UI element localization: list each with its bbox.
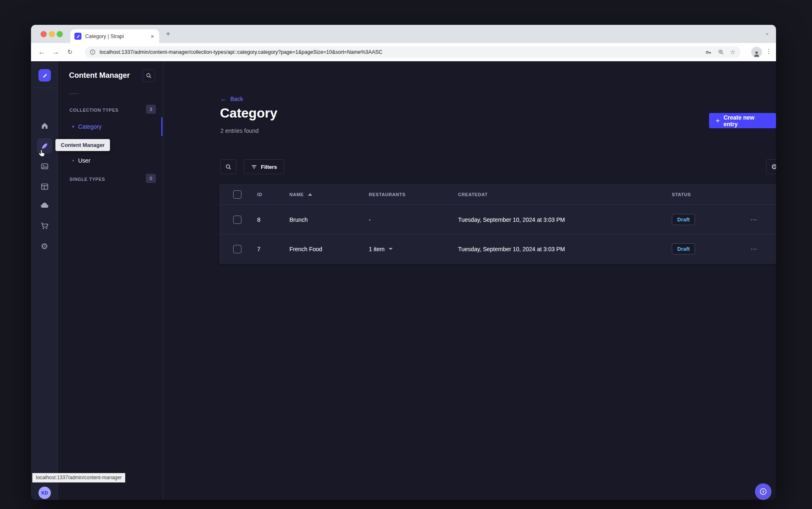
- status-badge: Draft: [672, 214, 695, 225]
- cell-createdat: Tuesday, September 10, 2024 at 3:03 PM: [458, 205, 565, 234]
- back-link[interactable]: ← Back: [220, 95, 243, 103]
- minimize-window-button[interactable]: [49, 31, 55, 37]
- settings-gear-icon[interactable]: ⚙: [37, 238, 52, 254]
- strapi-app: ⚙ KD Content Manager COLLECTION TYPES 3 …: [31, 61, 776, 500]
- close-window-button[interactable]: [41, 31, 47, 37]
- column-header-name[interactable]: NAME: [289, 184, 312, 205]
- bullet-icon: [72, 160, 74, 161]
- plus-icon: +: [716, 117, 720, 125]
- single-types-badge: 0: [146, 174, 156, 183]
- back-arrow-icon: ←: [220, 95, 227, 103]
- subnav-title: Content Manager: [69, 71, 130, 80]
- back-label: Back: [230, 96, 243, 102]
- password-key-icon[interactable]: [705, 49, 712, 56]
- cell-restaurants: -: [369, 205, 371, 234]
- cell-restaurants-expand[interactable]: 1 item: [369, 234, 393, 264]
- tab-title: Category | Strapi: [85, 34, 150, 39]
- cell-name: French Food: [289, 234, 322, 264]
- column-header-status[interactable]: STATUS: [672, 184, 691, 205]
- row-checkbox[interactable]: [233, 216, 241, 224]
- bullet-icon: [72, 126, 74, 127]
- tab-strip: Category | Strapi × + ⌄: [31, 25, 776, 43]
- back-button[interactable]: ←: [36, 48, 48, 56]
- main-content: ← Back Category 2 entries found + Create…: [164, 61, 776, 500]
- active-item-indicator: [161, 117, 162, 136]
- column-header-createdat[interactable]: CREATEDAT: [458, 184, 488, 205]
- browser-tab[interactable]: Category | Strapi ×: [70, 29, 159, 43]
- tab-search-chevron-icon[interactable]: ⌄: [765, 30, 769, 36]
- browser-window: Category | Strapi × + ⌄ ← → ↻ localhost:…: [31, 25, 776, 500]
- svg-text:?: ?: [762, 490, 764, 494]
- row-actions-icon[interactable]: ⋯: [750, 216, 757, 223]
- subnav-item-user[interactable]: User: [67, 153, 160, 168]
- marketplace-cart-icon[interactable]: [37, 218, 52, 233]
- forward-button[interactable]: →: [50, 48, 62, 56]
- row-actions-icon[interactable]: ⋯: [750, 245, 757, 253]
- entries-table: ID NAME RESTAURANTS CREATEDAT STATUS 8 B…: [219, 184, 776, 264]
- address-bar[interactable]: localhost:1337/admin/content-manager/col…: [85, 46, 740, 58]
- collection-types-label: COLLECTION TYPES: [69, 108, 119, 113]
- page-title: Category: [220, 106, 277, 121]
- filters-label: Filters: [261, 164, 277, 170]
- create-new-entry-button[interactable]: + Create new entry: [709, 113, 776, 128]
- collection-types-badge: 3: [146, 105, 156, 114]
- view-settings-button[interactable]: ⚙: [766, 159, 776, 174]
- row-checkbox[interactable]: [233, 245, 241, 253]
- subnav-divider: [69, 94, 79, 94]
- media-library-icon[interactable]: [37, 158, 52, 174]
- reload-button[interactable]: ↻: [64, 48, 76, 56]
- subnav-search-button[interactable]: [143, 70, 155, 82]
- desktop: Category | Strapi × + ⌄ ← → ↻ localhost:…: [0, 0, 812, 509]
- table-header: ID NAME RESTAURANTS CREATEDAT STATUS: [219, 184, 776, 205]
- zoom-magnifier-icon[interactable]: [718, 49, 724, 55]
- cell-name: Brunch: [289, 205, 308, 234]
- user-avatar[interactable]: KD: [38, 487, 51, 499]
- sort-ascending-icon: [308, 193, 312, 196]
- status-badge: Draft: [672, 243, 695, 254]
- content-manager-subnav: Content Manager COLLECTION TYPES 3 Categ…: [58, 61, 163, 500]
- filters-button[interactable]: Filters: [244, 159, 284, 174]
- bookmark-star-icon[interactable]: ☆: [730, 48, 736, 56]
- column-header-id[interactable]: ID: [257, 184, 262, 205]
- url-text[interactable]: localhost:1337/admin/content-manager/col…: [100, 49, 699, 55]
- column-header-restaurants[interactable]: RESTAURANTS: [369, 184, 406, 205]
- single-types-label: SINGLE TYPES: [69, 177, 105, 182]
- table-search-button[interactable]: [220, 159, 236, 174]
- strapi-logo[interactable]: [38, 69, 51, 82]
- content-manager-tooltip: Content Manager: [55, 139, 110, 151]
- browser-menu-icon[interactable]: ⋮: [766, 48, 772, 55]
- site-info-icon[interactable]: [90, 49, 96, 55]
- cell-id: 8: [257, 205, 260, 234]
- browser-toolbar: ← → ↻ localhost:1337/admin/content-manag…: [31, 43, 776, 61]
- browser-profile-avatar[interactable]: [751, 47, 762, 58]
- chevron-down-icon: [389, 248, 393, 250]
- select-all-checkbox[interactable]: [233, 190, 241, 199]
- strapi-favicon-icon: [74, 33, 81, 40]
- entries-count: 2 entries found: [220, 127, 259, 134]
- hand-cursor: [38, 149, 47, 160]
- rail-divider: [33, 88, 56, 88]
- tab-close-icon[interactable]: ×: [150, 33, 155, 40]
- cloud-icon[interactable]: [37, 198, 52, 213]
- cell-id: 7: [257, 234, 260, 264]
- cell-createdat: Tuesday, September 10, 2024 at 3:03 PM: [458, 234, 565, 264]
- content-type-builder-icon[interactable]: [37, 179, 52, 194]
- help-button[interactable]: ?: [755, 483, 771, 500]
- status-bar-url: localhost:1337/admin/content-manager: [32, 473, 125, 483]
- table-row[interactable]: 7 French Food 1 item Tuesday, September …: [219, 234, 776, 264]
- icon-rail: ⚙ KD: [31, 61, 58, 500]
- fullscreen-window-button[interactable]: [57, 31, 63, 37]
- home-icon[interactable]: [37, 118, 52, 133]
- table-row[interactable]: 8 Brunch - Tuesday, September 10, 2024 a…: [219, 205, 776, 234]
- new-tab-button[interactable]: +: [166, 31, 170, 37]
- subnav-item-category[interactable]: Category: [67, 119, 160, 134]
